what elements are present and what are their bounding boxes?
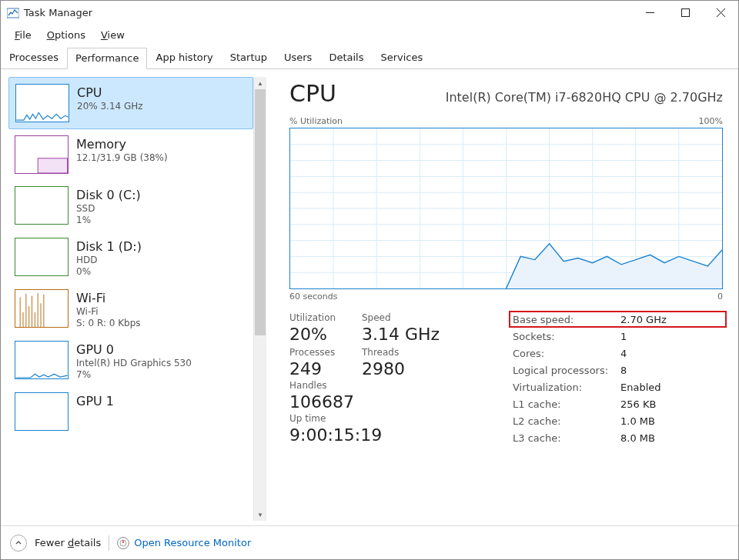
sidebar-item-title: CPU: [77, 85, 143, 100]
tab-details[interactable]: Details: [320, 47, 372, 68]
stat-label: Processes: [289, 347, 351, 358]
stat-label: Up time: [289, 413, 471, 424]
kv-value: Enabled: [620, 382, 661, 393]
kv-row: Base speed:2.70 GHz: [509, 311, 727, 328]
tab-users[interactable]: Users: [276, 47, 320, 68]
kv-label: Cores:: [513, 348, 620, 359]
thumb-gpu1: [15, 392, 69, 431]
open-resource-monitor-link[interactable]: Open Resource Monitor: [117, 537, 251, 549]
chart-label-top-left: % Utilization: [289, 116, 343, 126]
sidebar-item-title: Disk 0 (C:): [76, 188, 141, 202]
thumb-cpu: [15, 84, 69, 122]
sidebar-item-title: Disk 1 (D:): [76, 239, 142, 254]
kv-row: Virtualization:Enabled: [513, 378, 723, 395]
kv-label: Sockets:: [513, 331, 620, 342]
kv-value: 1: [620, 331, 627, 342]
tab-startup[interactable]: Startup: [222, 47, 276, 68]
sidebar-item-sub2: S: 0 R: 0 Kbps: [76, 318, 141, 328]
stat-uptime: 9:00:15:19: [289, 425, 471, 445]
cpu-chart[interactable]: [289, 128, 723, 289]
performance-sidebar: CPU20% 3.14 GHzMemory12.1/31.9 GB (38%)D…: [8, 77, 253, 521]
tab-app-history[interactable]: App history: [147, 47, 221, 68]
stat-label: Threads: [362, 347, 423, 358]
sidebar-item-sub2: 0%: [76, 266, 142, 277]
stat-label: Utilization: [289, 312, 351, 323]
thumb-disk0: [15, 186, 69, 225]
kv-value: 256 KB: [620, 398, 656, 410]
kv-row: Sockets:1: [513, 328, 723, 345]
sidebar-item-cpu[interactable]: CPU20% 3.14 GHz: [8, 77, 253, 129]
chart-label-top-right: 100%: [699, 116, 723, 126]
minimize-button[interactable]: [632, 1, 667, 25]
stat-handles: 106687: [289, 392, 354, 412]
sidebar-item-wifi[interactable]: Wi-FiWi-FiS: 0 R: 0 Kbps: [8, 283, 253, 335]
chart-label-bot-left: 60 seconds: [289, 292, 337, 302]
stats-left: Utilization20% Speed3.14 GHz Processes24…: [289, 312, 482, 446]
sidebar-item-disk0[interactable]: Disk 0 (C:)SSD1%: [8, 180, 253, 232]
sidebar-item-sub: HDD: [76, 255, 142, 265]
sidebar-item-gpu1[interactable]: GPU 1: [8, 386, 253, 437]
sidebar-item-sub2: 7%: [76, 369, 192, 380]
sidebar-item-mem[interactable]: Memory12.1/31.9 GB (38%): [8, 129, 253, 180]
maximize-button[interactable]: [667, 1, 703, 25]
thumb-mem: [15, 135, 69, 174]
tab-processes[interactable]: Processes: [1, 47, 67, 68]
thumb-wifi: [15, 289, 69, 328]
menu-options[interactable]: Options: [39, 27, 93, 43]
scroll-thumb[interactable]: [255, 89, 266, 335]
app-icon: [7, 7, 19, 19]
menu-file[interactable]: File: [7, 27, 39, 43]
kv-row: Cores:4: [513, 345, 723, 362]
kv-label: L1 cache:: [513, 398, 620, 410]
chart-label-bot-right: 0: [717, 292, 723, 302]
stat-label: Speed: [362, 312, 440, 323]
scroll-up-icon[interactable]: ▴: [254, 77, 266, 89]
tab-services[interactable]: Services: [372, 47, 431, 68]
stats-right: Base speed:2.70 GHzSockets:1Cores:4Logic…: [513, 312, 723, 446]
kv-row: Logical processors:8: [513, 362, 723, 378]
stat-label: Handles: [289, 380, 354, 391]
close-button[interactable]: [703, 1, 738, 25]
kv-label: L2 cache:: [513, 415, 620, 427]
footer: Fewer details Open Resource Monitor: [1, 525, 738, 559]
thumb-disk1: [15, 238, 69, 276]
sidebar-item-gpu0[interactable]: GPU 0Intel(R) HD Graphics 5307%: [8, 335, 253, 386]
svg-rect-2: [681, 9, 689, 17]
resource-monitor-label: Open Resource Monitor: [134, 537, 251, 548]
stat-utilization: 20%: [289, 325, 351, 344]
kv-value: 4: [620, 348, 627, 359]
fewer-details-icon[interactable]: [10, 535, 27, 552]
kv-label: L3 cache:: [513, 432, 620, 444]
kv-row: L2 cache:1.0 MB: [513, 412, 723, 429]
stat-speed: 3.14 GHz: [362, 325, 440, 344]
kv-row: L3 cache:8.0 MB: [513, 429, 723, 446]
sidebar-item-title: GPU 0: [76, 342, 192, 357]
fewer-details-link[interactable]: Fewer details: [35, 537, 101, 548]
sidebar-item-sub: 20% 3.14 GHz: [77, 101, 143, 112]
stat-threads: 2980: [362, 359, 423, 378]
sidebar-item-title: GPU 1: [76, 394, 114, 408]
kv-value: 1.0 MB: [620, 415, 655, 427]
tab-performance[interactable]: Performance: [67, 48, 147, 69]
svg-rect-5: [38, 158, 67, 173]
sidebar-item-title: Wi-Fi: [76, 291, 141, 305]
window-title: Task Manager: [24, 7, 92, 18]
kv-row: L1 cache:256 KB: [513, 395, 723, 412]
menu-view[interactable]: View: [93, 27, 132, 43]
sidebar-item-sub: Intel(R) HD Graphics 530: [76, 358, 192, 368]
sidebar-item-sub: 12.1/31.9 GB (38%): [76, 152, 168, 163]
scroll-down-icon[interactable]: ▾: [254, 508, 266, 521]
kv-label: Base speed:: [513, 314, 620, 325]
sidebar-scrollbar[interactable]: ▴ ▾: [253, 77, 266, 521]
kv-label: Virtualization:: [513, 382, 620, 393]
sidebar-item-title: Memory: [76, 137, 168, 152]
stat-processes: 249: [289, 359, 351, 378]
window-controls: [632, 1, 738, 25]
thumb-gpu0: [15, 341, 69, 379]
sidebar-item-disk1[interactable]: Disk 1 (D:)HDD0%: [8, 232, 253, 283]
sidebar-item-sub: Wi-Fi: [76, 306, 141, 317]
kv-value: 2.70 GHz: [620, 314, 667, 325]
resource-monitor-icon: [117, 537, 129, 549]
kv-label: Logical processors:: [513, 365, 620, 376]
cpu-model: Intel(R) Core(TM) i7-6820HQ CPU @ 2.70GH…: [446, 90, 723, 105]
